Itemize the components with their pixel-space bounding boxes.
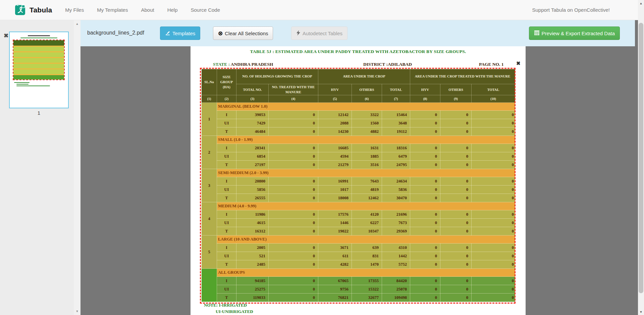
thumb-title-line — [28, 35, 50, 36]
page-no-heading: PAGE NO. 1 — [479, 62, 504, 67]
scroll-up-icon[interactable]: ▲ — [74, 22, 80, 25]
thumb-note-line — [16, 86, 50, 86]
spreadsheet-icon — [534, 30, 542, 37]
pdf-page[interactable]: TABLE 5J : ESTIMATED AREA UNDER PADDY TR… — [191, 46, 526, 315]
templates-label: Templates — [172, 31, 195, 36]
nav-item-help[interactable]: Help — [167, 7, 178, 13]
tabula-app: Tabula My Files My Templates About Help … — [0, 0, 644, 315]
clear-all-selections-button[interactable]: ⊗ Clear All Selections — [213, 27, 273, 40]
selection-box[interactable] — [200, 68, 516, 304]
thumb-note-line — [16, 84, 29, 85]
nav-links: My Files My Templates About Help Source … — [52, 7, 220, 13]
clear-selections-label: Clear All Selections — [225, 31, 268, 36]
scrollbar-thumb[interactable] — [639, 23, 643, 293]
scrollbar-down-icon[interactable]: ▼ — [638, 310, 644, 314]
page-thumbnail[interactable] — [9, 32, 69, 108]
nav-item-my-templates[interactable]: My Templates — [97, 7, 128, 13]
thumbnail-table-preview — [13, 40, 64, 80]
export-label: Preview & Export Extracted Data — [542, 31, 615, 36]
pdf-filename: background_lines_2.pdf — [87, 30, 144, 36]
toolbar: background_lines_2.pdf Templates ⊗ Clear… — [80, 20, 635, 46]
clear-selections-icon: ⊗ — [218, 31, 223, 36]
sidebar-scrollbar[interactable]: ▲ ▼ — [74, 20, 80, 315]
scroll-down-icon[interactable]: ▼ — [74, 310, 80, 313]
nav-item-source-code[interactable]: Source Code — [191, 7, 220, 13]
templates-button[interactable]: Templates — [160, 27, 200, 40]
page-number-label: 1 — [9, 110, 69, 116]
browser-scrollbar-top[interactable]: ▲ — [638, 0, 644, 20]
nav-item-about[interactable]: About — [141, 7, 154, 13]
templates-icon — [165, 30, 172, 37]
app-body: ✖ 1 ▲ ▼ background_lines_ — [0, 20, 644, 315]
navbar: Tabula My Files My Templates About Help … — [0, 0, 638, 20]
autodetect-label: Autodetect Tables — [303, 31, 342, 36]
scrollbar-up-icon[interactable]: ▲ — [638, 2, 644, 5]
nav-item-my-files[interactable]: My Files — [65, 7, 84, 13]
browser-scrollbar[interactable]: ▼ — [638, 20, 644, 315]
pdf-viewer: TABLE 5J : ESTIMATED AREA UNDER PADDY TR… — [80, 46, 638, 315]
state-heading: STATE : ANDHRA PRADESH — [213, 62, 273, 67]
remove-page-icon[interactable]: ✖ — [4, 32, 8, 39]
remove-selection-icon[interactable]: ✖ — [516, 61, 521, 66]
district-heading: DISTRICT :ADILABAD — [363, 62, 412, 67]
note-unirrigated: UI-UNIRRIGATED — [216, 309, 253, 314]
note-irrigated: NOTE: I-IRRIGATED — [204, 303, 247, 308]
thumbnail-sidebar: ✖ 1 — [0, 20, 74, 315]
document-title: TABLE 5J : ESTIMATED AREA UNDER PADDY TR… — [191, 49, 526, 54]
autodetect-tables-button[interactable]: Autodetect Tables — [291, 27, 347, 40]
brand-title: Tabula — [30, 6, 52, 14]
main-area: background_lines_2.pdf Templates ⊗ Clear… — [80, 20, 638, 315]
brand[interactable]: Tabula — [15, 4, 52, 16]
support-link[interactable]: Support Tabula on OpenCollective! — [532, 7, 610, 13]
preview-export-button[interactable]: Preview & Export Extracted Data — [529, 27, 620, 40]
tabula-logo-icon — [15, 4, 26, 16]
thumb-subtitle-line — [20, 38, 57, 38]
lightning-icon — [296, 30, 303, 37]
thumb-note-line — [14, 82, 30, 83]
